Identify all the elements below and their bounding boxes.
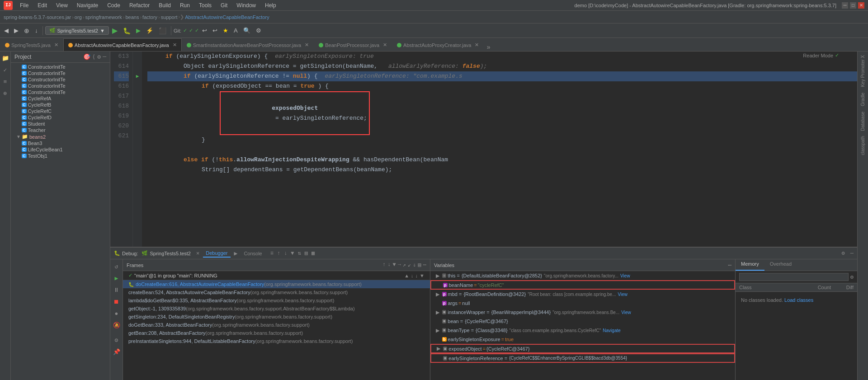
maximize-button[interactable]: □ [850, 2, 856, 9]
debug-down-icon[interactable]: ↓ [284, 250, 287, 257]
tree-item-constructorinitTe2[interactable]: C ConstructorInitTe [11, 70, 110, 76]
frames-stepin-icon[interactable]: ↙ [408, 262, 411, 268]
tree-item-constructorinitTe3[interactable]: C ConstructorInitTe [11, 76, 110, 83]
menu-refactor[interactable]: Refactor [126, 1, 153, 9]
memory-tab-memory[interactable]: Memory [736, 259, 764, 271]
bread-support[interactable]: support [161, 14, 178, 20]
frame-3[interactable]: getObject:-1, 1309335839 (org.springfram… [123, 305, 430, 313]
run-config-selector[interactable]: 🌿 SpringTests5.test2 ▼ [45, 26, 109, 35]
right-toolbar-classpath[interactable]: classpath [859, 134, 866, 157]
sidebar-collapse-icon[interactable]: ⟨ [92, 53, 96, 61]
var-expand-mbd[interactable]: ▶ [436, 291, 441, 297]
tree-item-teacher[interactable]: C Teacher [11, 127, 110, 133]
frames-stepout-icon[interactable]: ↗ [403, 262, 406, 268]
vars-toolbar-more[interactable]: ⋯ [728, 262, 731, 269]
debug-tab-debugger[interactable]: Debugger [203, 249, 230, 258]
frame-2[interactable]: lambda$doGetBean$0:335, AbstractBeanFact… [123, 296, 430, 305]
gutter-615-execution[interactable]: ▶ [133, 71, 142, 81]
run-button[interactable]: ▶ [110, 25, 120, 36]
var-row-beanName[interactable]: ▶ p beanName = "cycleRefC" [430, 280, 735, 290]
debug-button[interactable]: 🐛 [121, 26, 133, 36]
tab-close-smartinstantiation[interactable]: ✕ [305, 42, 309, 48]
tab-close-beanpostprocessor[interactable]: ✕ [383, 42, 387, 48]
frame-7[interactable]: preInstantiateSingletons:944, DefaultLis… [123, 337, 430, 345]
close-button[interactable]: ✕ [858, 2, 864, 9]
debug-sort-icon[interactable]: ⇅ [298, 250, 301, 257]
menu-code[interactable]: Code [104, 1, 124, 9]
var-row-exposedObject[interactable]: ▶ ≡ exposedObject = {CycleRefC@3467} [430, 344, 735, 353]
bookmark-button[interactable]: ★ [221, 26, 231, 35]
tab-beanpostprocessor[interactable]: BeanPostProcessor.java ✕ [314, 38, 392, 51]
var-row-args[interactable]: ▶ p args = null [430, 299, 735, 308]
menu-run[interactable]: Run [176, 1, 193, 9]
frame-4[interactable]: getSingleton:234, DefaultSingletonBeanRe… [123, 313, 430, 321]
tab-abstractautoproxy[interactable]: AbstractAutoProxyCreator.java ✕ [392, 38, 484, 51]
structure-panel-button[interactable]: ≡ [0, 77, 10, 87]
gutter-617[interactable] [133, 91, 142, 101]
pullrequest-panel-button[interactable]: ⊕ [0, 89, 10, 99]
gutter-618[interactable] [133, 101, 142, 111]
tab-overflow-button[interactable]: » [484, 44, 493, 51]
forward-button[interactable]: ▶ [12, 26, 21, 35]
code-content[interactable]: if (earlySingletonExposure) { earlySingl… [142, 52, 857, 247]
menu-tools[interactable]: Tools [195, 1, 215, 9]
debug-rerun-btn[interactable]: ↺ [111, 261, 122, 272]
frame-5[interactable]: doGetBean:333, AbstractBeanFactory (org.… [123, 321, 430, 329]
frame-6[interactable]: getBean:208, AbstractBeanFactory (org.sp… [123, 329, 430, 337]
var-link-instanceWrapper[interactable]: View [621, 310, 631, 315]
bread-jar[interactable]: spring-beans-5.3.7-sources.jar [4, 14, 71, 20]
minimize-button[interactable]: ─ [842, 2, 848, 9]
debug-mute-btn[interactable]: 🔕 [111, 320, 122, 331]
gutter-613[interactable] [133, 52, 142, 61]
menu-navigate[interactable]: Navigate [73, 1, 102, 9]
frame-pause-icon[interactable]: ↓ [411, 273, 414, 278]
tree-item-constructorinitTe1[interactable]: C ConstructorInitTe [11, 64, 110, 70]
commit-panel-button[interactable]: ✓ [0, 65, 10, 75]
tree-item-constructorinitTe5[interactable]: C ConstructorInitTe [11, 89, 110, 95]
frames-filter-icon[interactable]: ▼ [392, 262, 396, 268]
tab-abstractautowire[interactable]: AbstractAutowireCapableBeanFactory.java … [63, 38, 182, 51]
bread-springframework[interactable]: springframework [85, 14, 122, 20]
debug-view-btn[interactable]: ● [111, 308, 122, 319]
debug-settings-icon[interactable]: ⚙ [842, 250, 845, 257]
git-arrow-button[interactable]: ↩ [210, 26, 220, 35]
var-link-beanType[interactable]: Navigate [603, 328, 620, 333]
debug-stop-btn[interactable]: ⏹ [111, 296, 122, 307]
menu-file[interactable]: File [16, 1, 32, 9]
project-panel-button[interactable]: 📁 [0, 53, 10, 63]
var-expand-this[interactable]: ▶ [436, 273, 441, 279]
profile-button[interactable]: ⚡ [144, 26, 156, 35]
tree-item-cycleRefA[interactable]: C CycleRefA [11, 95, 110, 102]
var-row-earlySingletonReference[interactable]: ▶ ≡ earlySingletonReference = {CycleRefC… [430, 353, 735, 363]
search-everywhere-button[interactable]: 🔍 [241, 26, 253, 35]
right-toolbar-database[interactable]: Database [859, 110, 866, 133]
bread-beans[interactable]: beans [125, 14, 139, 20]
tree-item-cycleRefD[interactable]: C CycleRefD [11, 114, 110, 121]
settings-button[interactable]: ⚙ [254, 26, 264, 35]
tree-item-cycleRefB[interactable]: C CycleRefB [11, 102, 110, 108]
debug-pause-btn[interactable]: ⏸ [111, 285, 122, 296]
debug-tab-console[interactable]: Console [241, 250, 264, 257]
debug-list-icon[interactable]: ▤ [305, 250, 308, 257]
right-toolbar-keypromoter[interactable]: Key Promoter X [859, 53, 866, 89]
frames-more-icon[interactable]: ⋯ [423, 262, 426, 268]
var-expand-beanType[interactable]: ▶ [436, 328, 441, 333]
memory-load-classes-link[interactable]: Load classes [784, 297, 813, 303]
gutter-614[interactable] [133, 61, 142, 71]
frame-down-icon[interactable]: ↓ [415, 273, 418, 278]
var-expand-instanceWrapper[interactable]: ▶ [436, 310, 441, 315]
tree-item-constructorinitTe4[interactable]: C ConstructorInitTe [11, 83, 110, 89]
memory-search-input[interactable] [739, 273, 849, 281]
var-row-mbd[interactable]: ▶ p mbd = {RootBeanDefinition@3422} "Roo… [430, 290, 735, 299]
frames-up-icon[interactable]: ↑ [382, 262, 386, 268]
frame-1[interactable]: createBean:524, AbstractAutowireCapableB… [123, 288, 430, 296]
sidebar-close-icon[interactable]: — [103, 53, 106, 61]
sidebar-locate-icon[interactable]: 🎯 [83, 53, 90, 61]
var-row-earlySingletonExposure[interactable]: ▶ b earlySingletonExposure = true [430, 335, 735, 344]
tree-item-lifecycle[interactable]: C LifeCycleBean1 [11, 146, 110, 153]
var-row-instanceWrapper[interactable]: ▶ ≡ instanceWrapper = {BeanWrapperImpl@3… [430, 308, 735, 317]
tab-close-abstractautoproxy[interactable]: ✕ [475, 42, 479, 48]
frames-forcestepin-icon[interactable]: ⇓ [413, 262, 416, 268]
debug-columns-icon[interactable]: ▦ [311, 250, 315, 257]
tree-item-student[interactable]: C Student [11, 121, 110, 127]
